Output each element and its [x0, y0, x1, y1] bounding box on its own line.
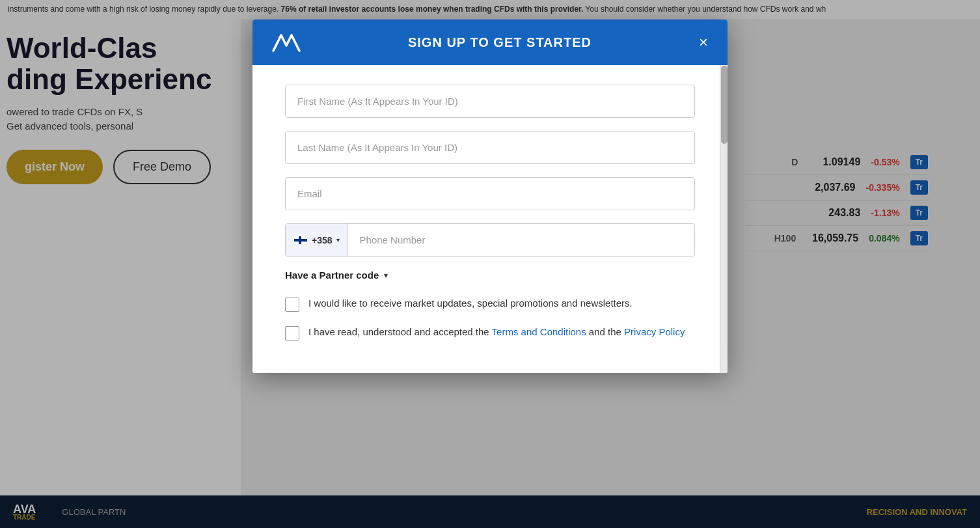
first-name-field	[285, 85, 695, 118]
partner-code-chevron-icon: ▾	[384, 271, 388, 280]
marketing-checkbox-row: I would like to receive market updates, …	[285, 296, 695, 312]
terms-checkbox[interactable]	[285, 326, 299, 340]
marketing-checkbox-label: I would like to receive market updates, …	[308, 296, 633, 311]
modal-title: SIGN UP TO GET STARTED	[301, 35, 699, 50]
modal-scroll-container: +358 ▾ Have a Partner code ▾ I would lik…	[252, 65, 728, 373]
ava-logo-icon	[272, 33, 301, 52]
terms-checkbox-row: I have read, understood and accepted the…	[285, 325, 695, 340]
last-name-field	[285, 131, 695, 164]
terms-text-mid: and the	[586, 326, 624, 337]
modal-body: +358 ▾ Have a Partner code ▾ I would lik…	[252, 65, 728, 373]
country-selector[interactable]: +358 ▾	[286, 224, 348, 256]
phone-field: +358 ▾	[285, 223, 695, 257]
country-dropdown-icon: ▾	[336, 236, 340, 243]
close-modal-button[interactable]: ×	[699, 35, 708, 50]
modal-header: SIGN UP TO GET STARTED ×	[252, 20, 728, 65]
marketing-checkbox[interactable]	[285, 298, 299, 312]
modal-logo	[272, 33, 301, 52]
phone-number-input[interactable]	[348, 224, 694, 256]
email-input[interactable]	[285, 177, 695, 210]
signup-modal: SIGN UP TO GET STARTED ×	[252, 20, 728, 373]
modal-scrollbar[interactable]	[720, 65, 728, 373]
last-name-input[interactable]	[285, 131, 695, 164]
partner-code-toggle[interactable]: Have a Partner code ▾	[285, 270, 695, 281]
finland-flag-icon	[293, 236, 308, 245]
terms-link[interactable]: Terms and Conditions	[492, 326, 586, 337]
partner-code-label: Have a Partner code	[285, 270, 379, 281]
email-field	[285, 177, 695, 210]
privacy-policy-link[interactable]: Privacy Policy	[624, 326, 685, 337]
terms-text-before: I have read, understood and accepted the	[308, 326, 492, 337]
modal-overlay: SIGN UP TO GET STARTED ×	[0, 0, 980, 528]
phone-row: +358 ▾	[285, 223, 695, 257]
terms-checkbox-label: I have read, understood and accepted the…	[308, 325, 685, 340]
country-code: +358	[312, 235, 333, 245]
modal-scrollbar-thumb[interactable]	[721, 66, 728, 144]
first-name-input[interactable]	[285, 85, 695, 118]
